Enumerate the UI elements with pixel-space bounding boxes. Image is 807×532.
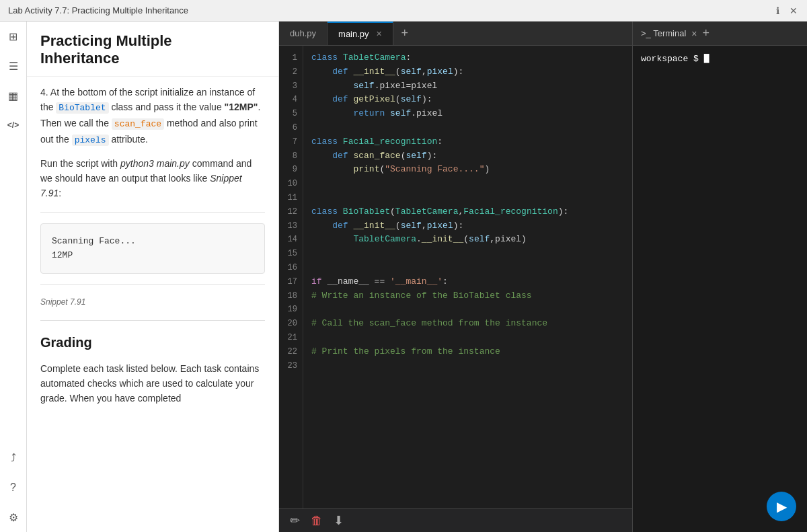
share-icon[interactable]: ⤴	[4, 449, 23, 467]
divider-1	[40, 212, 265, 213]
code-line-19	[311, 303, 632, 317]
code-line-4: def getPixel(self):	[311, 93, 632, 107]
tab-label-duh: duh.py	[290, 28, 316, 38]
terminal-prompt: workspace $ █	[641, 54, 709, 64]
code-line-6	[311, 121, 632, 135]
line-numbers: 12345 678910 1112131415 1617181920 21222…	[279, 46, 303, 508]
code-line-17: if __name__ == '__main__':	[311, 275, 632, 289]
edit-icon[interactable]: ✏	[290, 513, 300, 528]
editor-footer: ✏ 🗑 ⬇	[279, 508, 632, 532]
settings-icon[interactable]: ⚙	[4, 508, 23, 527]
content-body: 4. At the bottom of the script initializ…	[27, 77, 278, 532]
code-line-21	[311, 331, 632, 345]
snippet-output: Scanning Face... 12MP	[40, 223, 265, 274]
code-line-12: class BioTablet(TabletCamera,Facial_reco…	[311, 205, 632, 219]
terminal-cursor: █	[704, 54, 709, 64]
play-icon: ▶	[777, 498, 787, 515]
biotablet-class-ref: BioTablet	[56, 102, 108, 114]
chart-icon[interactable]: ▦	[4, 86, 23, 105]
tab-bar: duh.py main.py ✕ +	[279, 22, 632, 46]
grading-text: Complete each task listed below. Each ta…	[40, 361, 265, 406]
code-line-13: def __init__(self,pixel):	[311, 219, 632, 233]
tab-main-py[interactable]: main.py ✕	[328, 22, 393, 45]
code-line-11	[311, 191, 632, 205]
snippet-label: Snippet 7.91	[40, 296, 265, 309]
code-line-16	[311, 261, 632, 275]
code-line-15	[311, 247, 632, 261]
code-lines: class TabletCamera: def __init__(self,pi…	[303, 46, 632, 508]
code-line-18: # Write an instance of the BioTablet cla…	[311, 289, 632, 303]
divider-3	[40, 320, 265, 321]
code-line-7: class Facial_recognition:	[311, 135, 632, 149]
code-line-5: return self.pixel	[311, 107, 632, 121]
code-line-22: # Print the pixels from the instance	[311, 345, 632, 359]
terminal-header: >_ Terminal × +	[633, 22, 807, 46]
snippet-ref: Snippet 7.91	[40, 173, 242, 198]
delete-icon[interactable]: 🗑	[311, 514, 323, 528]
instruction-para: 4. At the bottom of the script initializ…	[40, 85, 265, 148]
terminal-workspace: workspace	[641, 54, 688, 64]
tab-add-button[interactable]: +	[393, 22, 417, 45]
tab-label-main: main.py	[338, 29, 369, 39]
tab-duh-py[interactable]: duh.py	[279, 22, 328, 45]
grading-heading: Grading	[40, 332, 265, 353]
code-icon[interactable]: </>	[4, 116, 23, 135]
code-line-2: def __init__(self,pixel):	[311, 65, 632, 79]
play-button[interactable]: ▶	[767, 492, 796, 521]
terminal-body[interactable]: workspace $ █	[633, 46, 807, 532]
code-line-8: def scan_face(self):	[311, 149, 632, 163]
terminal-symbol: $	[693, 54, 699, 64]
close-icon[interactable]: ✕	[788, 5, 799, 16]
main-container: ⊞ ☰ ▦ </> ⤴ ? ⚙ Practicing MultipleInher…	[0, 22, 807, 532]
snippet-line-2: 12MP	[52, 249, 254, 263]
divider-2	[40, 284, 265, 285]
terminal-close-button[interactable]: ×	[691, 28, 697, 39]
content-header: Practicing MultipleInheritance	[27, 22, 278, 77]
run-instruction: Run the script with python3 main.py comm…	[40, 156, 265, 201]
tab-close-icon[interactable]: ✕	[376, 30, 382, 38]
window-title: Lab Activity 7.7: Practicing Multiple In…	[8, 5, 188, 15]
value-12mp: "12MP"	[225, 102, 258, 112]
code-line-20: # Call the scan_face method from the ins…	[311, 317, 632, 331]
info-icon[interactable]: ℹ	[772, 5, 783, 16]
terminal-panel: >_ Terminal × + workspace $ █ ▶	[632, 22, 807, 532]
terminal-title: >_ Terminal	[641, 28, 686, 38]
editor-area: duh.py main.py ✕ + 12345 678910 11121314…	[279, 22, 632, 532]
help-icon[interactable]: ?	[4, 478, 23, 497]
code-line-14: TabletCamera.__init__(self,pixel)	[311, 233, 632, 247]
pixels-attr-ref: pixels	[72, 135, 109, 146]
terminal-add-button[interactable]: +	[703, 26, 710, 40]
list-icon[interactable]: ☰	[4, 56, 23, 75]
code-line-1: class TabletCamera:	[311, 51, 632, 65]
title-bar: Lab Activity 7.7: Practicing Multiple In…	[0, 0, 807, 22]
code-line-3: self.pixel=pixel	[311, 79, 632, 93]
code-line-23	[311, 359, 632, 373]
code-line-10	[311, 177, 632, 191]
title-bar-icons: ℹ ✕	[772, 5, 799, 16]
code-line-9: print("Scanning Face....")	[311, 163, 632, 177]
panels-icon[interactable]: ⊞	[4, 27, 23, 46]
page-title: Practicing MultipleInheritance	[40, 32, 265, 68]
code-editor[interactable]: 12345 678910 1112131415 1617181920 21222…	[279, 46, 632, 508]
scan-face-method-ref: scan_face	[112, 118, 164, 130]
download-icon[interactable]: ⬇	[334, 513, 344, 528]
editor-container: duh.py main.py ✕ + 12345 678910 11121314…	[279, 22, 632, 532]
sidebar-icons: ⊞ ☰ ▦ </> ⤴ ? ⚙	[0, 22, 27, 532]
snippet-line-1: Scanning Face...	[52, 235, 254, 249]
run-command: python3 main.py	[120, 158, 190, 169]
content-panel: Practicing MultipleInheritance 4. At the…	[27, 22, 279, 532]
